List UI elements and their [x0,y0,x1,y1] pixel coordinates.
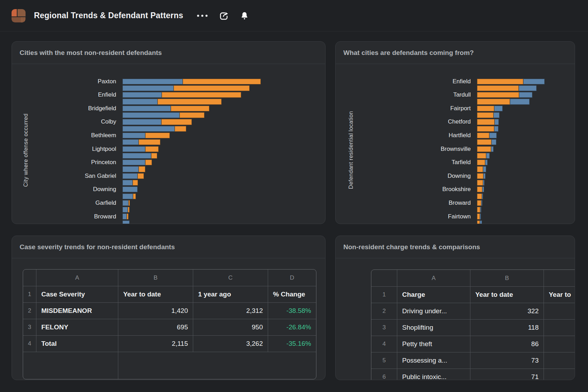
segment-orange[interactable] [174,85,250,91]
segment-orange[interactable] [139,166,146,172]
segment-orange[interactable] [139,139,160,145]
notifications-button[interactable] [238,10,250,22]
cell[interactable] [544,336,575,352]
cell[interactable] [544,320,575,336]
segment-blue[interactable] [485,160,488,165]
cell[interactable] [544,369,575,380]
segment-blue[interactable] [523,79,545,84]
segment-orange[interactable] [477,194,482,199]
segment-blue[interactable] [122,173,138,179]
cell[interactable]: Petty theft [397,336,470,352]
cell[interactable]: 6 [371,369,397,380]
segment-blue[interactable] [122,79,183,84]
cell[interactable]: 322 [470,303,544,320]
segment-blue[interactable] [510,99,530,104]
segment-blue[interactable] [122,146,145,152]
segment-orange[interactable] [477,119,495,125]
cell[interactable]: 1 [371,287,397,303]
segment-orange[interactable] [477,85,519,91]
cell[interactable]: Case Severity [36,286,118,303]
segment-blue[interactable] [491,139,496,145]
segment-blue[interactable] [482,194,483,199]
segment-orange[interactable] [133,180,138,186]
segment-blue[interactable] [122,133,145,138]
segment-blue[interactable] [122,119,161,125]
more-options-button[interactable] [195,13,210,19]
cell[interactable]: Public intoxic... [397,369,470,380]
segment-orange[interactable] [477,153,486,159]
cell[interactable]: B [470,270,544,287]
cell[interactable]: Driving under... [397,303,470,320]
segment-blue[interactable] [122,207,128,212]
segment-blue[interactable] [519,85,537,91]
segment-orange[interactable] [158,99,221,104]
segment-blue[interactable] [122,180,133,186]
segment-blue[interactable] [519,92,532,98]
segment-blue[interactable] [486,153,490,159]
cell[interactable] [23,270,36,286]
segment-blue[interactable] [122,139,139,145]
segment-orange[interactable] [477,180,483,186]
cell[interactable]: MISDEMEANOR [36,303,118,319]
segment-blue[interactable] [480,214,481,219]
cell[interactable]: 4 [23,336,36,352]
segment-orange[interactable] [183,79,261,84]
segment-orange[interactable] [477,166,483,172]
segment-blue[interactable] [122,194,133,199]
segment-orange[interactable] [127,214,128,219]
segment-orange[interactable] [477,187,482,192]
cell[interactable]: 71 [470,369,544,380]
segment-blue[interactable] [483,180,485,186]
segment-blue[interactable] [481,200,482,206]
cell[interactable]: 950 [193,319,268,336]
segment-orange[interactable] [477,133,489,138]
cell[interactable]: -35.16% [268,336,316,352]
segment-orange[interactable] [477,214,480,219]
segment-orange[interactable] [477,79,523,84]
segment-orange[interactable] [477,146,491,152]
cell[interactable]: 1 year ago [193,286,268,303]
cell[interactable]: Charge [397,287,470,303]
cell[interactable]: 2 [371,303,397,320]
segment-orange[interactable] [477,173,483,179]
segment-blue[interactable] [122,126,175,132]
cell[interactable]: 3 [23,319,36,336]
segment-orange[interactable] [138,173,144,179]
cell[interactable]: Total [36,336,118,352]
segment-orange[interactable] [477,160,485,165]
segment-blue[interactable] [489,133,497,138]
segment-blue[interactable] [491,146,494,152]
cell[interactable] [544,270,575,287]
segment-orange[interactable] [161,119,192,125]
segment-blue[interactable] [482,187,484,192]
cell[interactable]: Year to date [470,287,544,303]
cell[interactable]: 695 [118,319,193,336]
segment-blue[interactable] [122,160,145,165]
segment-blue[interactable] [122,200,128,206]
segment-blue[interactable] [122,214,127,219]
segment-orange[interactable] [477,200,481,206]
segment-orange[interactable] [477,106,494,111]
segment-blue[interactable] [122,92,162,98]
cell[interactable]: B [118,270,193,286]
segment-blue[interactable] [122,187,138,192]
segment-blue[interactable] [122,220,130,224]
cell[interactable]: Year to date [118,286,193,303]
segment-blue[interactable] [483,173,485,179]
cell[interactable]: 1,420 [118,303,193,319]
segment-blue[interactable] [483,166,486,172]
segment-blue[interactable] [122,153,151,159]
segment-orange[interactable] [175,126,186,132]
segment-blue[interactable] [122,106,171,111]
cell[interactable]: -38.58% [268,303,316,319]
segment-orange[interactable] [145,146,159,152]
segment-blue[interactable] [493,112,499,118]
segment-orange[interactable] [477,112,493,118]
cell[interactable]: 86 [470,336,544,352]
segment-orange[interactable] [151,153,157,159]
cell[interactable] [371,270,397,287]
segment-blue[interactable] [494,106,503,111]
cell[interactable]: 2 [23,303,36,319]
segment-orange[interactable] [477,99,510,104]
cell[interactable]: -26.84% [268,319,316,336]
